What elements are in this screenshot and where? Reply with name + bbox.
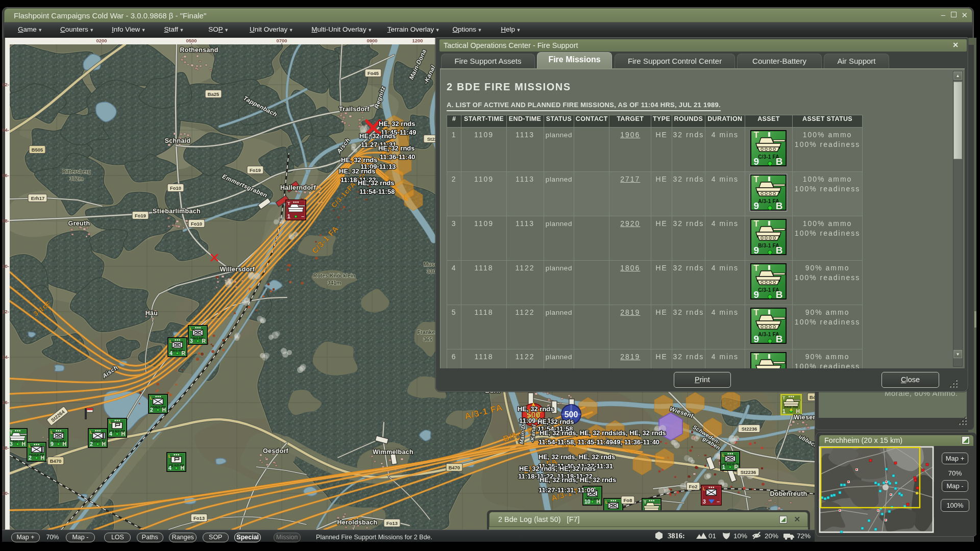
svg-text:10%: 10%	[733, 532, 747, 540]
svg-text:08-: 08-	[2, 218, 9, 223]
svg-text:20%: 20%	[765, 532, 778, 540]
svg-text:01: 01	[708, 532, 716, 540]
svg-text:12-: 12-	[2, 309, 9, 314]
svg-text:0200: 0200	[96, 38, 107, 43]
svg-text:20-: 20-	[2, 490, 9, 496]
svg-text:10-: 10-	[2, 263, 9, 269]
svg-text:72%: 72%	[797, 532, 811, 540]
svg-text:02-: 02-	[2, 82, 9, 87]
svg-text:18-: 18-	[2, 445, 9, 450]
svg-text:06-: 06-	[2, 172, 9, 178]
svg-text:3816:: 3816:	[668, 532, 685, 540]
svg-text:04-: 04-	[2, 127, 9, 133]
svg-text:14-: 14-	[2, 354, 9, 360]
svg-text:1200: 1200	[412, 38, 423, 43]
svg-text:16-: 16-	[2, 399, 9, 405]
svg-text:0900: 0900	[366, 38, 377, 43]
svg-text:0500: 0500	[186, 38, 197, 43]
svg-text:0700: 0700	[276, 38, 287, 43]
